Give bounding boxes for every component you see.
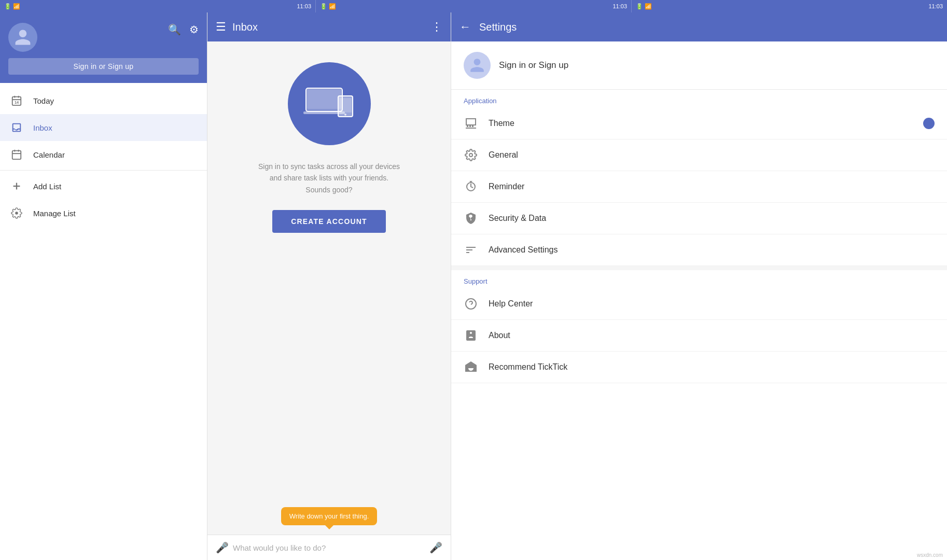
status-icons-1: 🔋 📶 [4,3,20,10]
status-bar-panel-3: 🔋 📶 11:03 [631,0,947,12]
panel-sidebar: 🔍 ⚙ Sign in or Sign up 14 Toda [0,12,207,560]
recommend-label: Recommend TickTick [489,362,935,372]
sidebar-nav: 14 Today Inbox [0,83,207,560]
calendar-label: Calendar [33,150,65,159]
status-time-3: 11:03 [928,3,943,9]
inbox-label: Inbox [33,123,52,132]
status-time-2: 11:03 [612,3,627,9]
settings-person-icon [469,57,485,74]
general-label: General [489,150,935,160]
add-list-label: Add List [33,182,61,191]
settings-user-row[interactable]: Sign in or Sign up [451,41,947,90]
settings-body: Sign in or Sign up Application Theme [451,41,947,560]
sidebar-header: 🔍 ⚙ Sign in or Sign up [0,12,207,83]
svg-point-11 [15,212,18,215]
panel-settings: ← Settings Sign in or Sign up Applicatio… [451,12,947,560]
about-icon [464,328,478,343]
tooltip-text: Write down your first thing. [289,512,369,520]
security-data-label: Security & Data [489,214,935,223]
reminder-label: Reminder [489,182,935,191]
status-time-1: 11:03 [297,3,311,9]
section-label-support: Support [451,270,947,288]
about-label: About [489,331,935,340]
sidebar-item-manage-list[interactable]: Manage List [0,200,207,227]
devices-illustration [288,62,371,145]
svg-rect-5 [12,151,21,160]
mic-icon-left[interactable]: 🎤 [216,541,229,554]
settings-item-security-data[interactable]: Security & Data [451,203,947,234]
inbox-content: Sign in to sync tasks across all your de… [207,41,451,502]
settings-item-about[interactable]: About [451,320,947,352]
more-icon[interactable]: ⋮ [431,20,442,34]
settings-item-general[interactable]: General [451,139,947,171]
sync-message: Sign in to sync tasks across all your de… [246,161,412,195]
settings-item-help-center[interactable]: Help Center [451,288,947,320]
settings-header: ← Settings [451,12,947,41]
inbox-bottom-bar: 🎤 What would you like to do? 🎤 [207,535,451,560]
sign-in-button[interactable]: Sign in or Sign up [8,58,199,75]
reminder-icon [464,179,478,194]
devices-svg [301,80,358,127]
status-bar: 🔋 📶 11:03 🔋 📶 11:03 🔋 📶 11:03 [0,0,947,12]
watermark: wsxdn.com [917,552,943,558]
search-icon[interactable]: 🔍 [168,23,181,36]
gear-icon[interactable]: ⚙ [189,23,199,36]
settings-avatar [464,52,491,79]
tooltip-bubble: Write down your first thing. [281,507,378,525]
avatar[interactable] [8,23,37,52]
main-area: 🔍 ⚙ Sign in or Sign up 14 Toda [0,12,947,560]
sidebar-item-today[interactable]: 14 Today [0,87,207,114]
status-icons-2: 🔋 📶 [320,3,336,10]
security-icon [464,211,478,226]
calendar-icon [10,148,23,161]
input-placeholder[interactable]: What would you like to do? [233,543,425,552]
svg-rect-16 [339,98,352,113]
theme-dot [923,118,935,129]
today-label: Today [33,96,54,105]
inbox-header: ☰ Inbox ⋮ [207,12,451,41]
settings-title: Settings [479,21,517,33]
section-divider [451,266,947,270]
settings-item-recommend[interactable]: Recommend TickTick [451,352,947,383]
menu-icon[interactable]: ☰ [216,20,226,34]
inbox-title: Inbox [232,21,425,33]
theme-icon [464,116,478,131]
mic-icon-right[interactable]: 🎤 [429,541,442,554]
sidebar-header-top: 🔍 ⚙ [8,23,199,52]
sidebar-item-add-list[interactable]: Add List [0,173,207,200]
create-account-button[interactable]: CREATE ACCOUNT [272,210,386,233]
general-icon [464,148,478,162]
sidebar-item-inbox[interactable]: Inbox [0,114,207,141]
advanced-icon [464,243,478,257]
svg-point-18 [469,153,472,157]
today-icon: 14 [10,94,23,107]
person-icon [13,28,32,47]
svg-text:14: 14 [15,100,19,105]
svg-point-17 [344,114,346,116]
svg-rect-13 [307,89,341,109]
inbox-icon [10,121,23,134]
manage-list-label: Manage List [33,209,76,218]
advanced-settings-label: Advanced Settings [489,245,935,255]
add-icon [10,180,23,192]
status-bar-panel-2: 🔋 📶 11:03 [315,0,631,12]
nav-divider-1 [0,170,207,171]
sidebar-item-calendar[interactable]: Calendar [0,141,207,168]
help-center-label: Help Center [489,299,935,309]
panel-inbox: ☰ Inbox ⋮ Sign in to sync tasks across a… [207,12,451,560]
help-icon [464,297,478,311]
section-label-application: Application [451,90,947,108]
settings-sign-in-label: Sign in or Sign up [499,60,568,71]
manage-icon [10,207,23,219]
settings-item-reminder[interactable]: Reminder [451,171,947,203]
theme-label: Theme [489,119,913,128]
status-icons-3: 🔋 📶 [636,3,652,10]
sidebar-header-icons: 🔍 ⚙ [168,23,199,36]
recommend-icon [464,360,478,374]
status-bar-panel-1: 🔋 📶 11:03 [0,0,315,12]
back-icon[interactable]: ← [459,20,471,34]
settings-item-theme[interactable]: Theme [451,108,947,139]
settings-item-advanced[interactable]: Advanced Settings [451,234,947,266]
